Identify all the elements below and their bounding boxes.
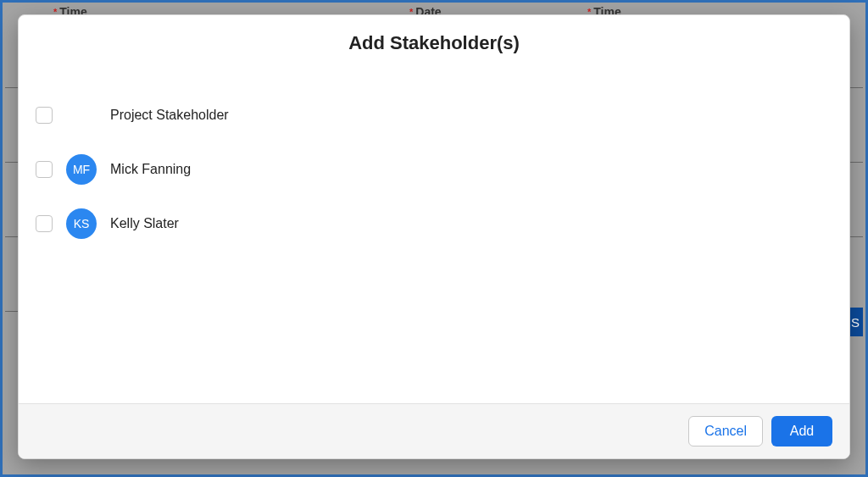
stakeholder-name: Project Stakeholder bbox=[110, 108, 229, 123]
app-window: * Time * Date * Time S Add Stakeholder(s… bbox=[0, 0, 868, 477]
avatar-slot: MF bbox=[66, 154, 97, 185]
avatar: KS bbox=[66, 208, 97, 239]
stakeholder-item-project[interactable]: Project Stakeholder bbox=[36, 88, 832, 142]
avatar: MF bbox=[66, 154, 97, 185]
stakeholder-item-kelly-slater[interactable]: KS Kelly Slater bbox=[36, 197, 832, 251]
avatar-slot-empty bbox=[66, 100, 97, 130]
add-stakeholder-modal: Add Stakeholder(s) Project Stakeholder M… bbox=[18, 14, 850, 459]
stakeholder-name: Mick Fanning bbox=[110, 162, 191, 177]
cancel-button[interactable]: Cancel bbox=[688, 416, 763, 446]
stakeholder-name: Kelly Slater bbox=[110, 216, 179, 231]
add-button[interactable]: Add bbox=[771, 416, 832, 446]
stakeholder-checkbox[interactable] bbox=[36, 161, 53, 178]
stakeholder-checkbox[interactable] bbox=[36, 215, 53, 232]
modal-body: Project Stakeholder MF Mick Fanning KS K… bbox=[19, 63, 849, 403]
modal-title: Add Stakeholder(s) bbox=[19, 32, 849, 54]
stakeholder-checkbox[interactable] bbox=[36, 107, 53, 124]
avatar-slot: KS bbox=[66, 208, 97, 239]
modal-header: Add Stakeholder(s) bbox=[19, 15, 849, 63]
stakeholder-item-mick-fanning[interactable]: MF Mick Fanning bbox=[36, 142, 832, 197]
modal-footer: Cancel Add bbox=[19, 403, 849, 458]
